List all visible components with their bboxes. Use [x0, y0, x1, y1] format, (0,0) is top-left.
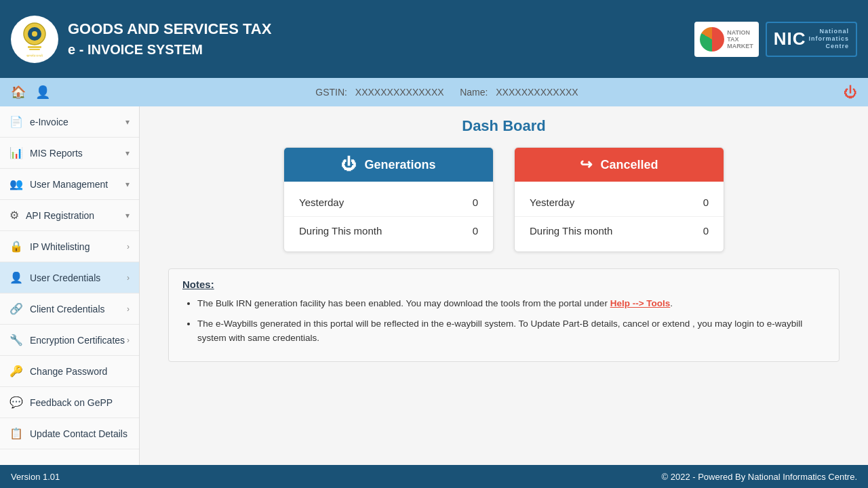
svg-point-2: [32, 31, 37, 37]
arrow-client-credentials: ›: [127, 304, 130, 314]
cancelled-label: Cancelled: [600, 158, 658, 172]
sidebar: 📄 e-Invoice ▾ 📊 MIS Reports ▾ 👥 User Man…: [0, 106, 140, 465]
sidebar-item-user-credentials[interactable]: ➤ 👤 User Credentials ›: [0, 262, 139, 293]
sidebar-item-mis-reports[interactable]: 📊 MIS Reports ▾: [0, 138, 139, 169]
sidebar-item-client-credentials[interactable]: 🔗 Client Credentials ›: [0, 293, 139, 325]
nic-label: NIC: [774, 28, 806, 49]
sidebar-label-feedback-on-gepp: Feedback on GePP: [30, 397, 113, 408]
cancelled-month-value: 0: [703, 225, 709, 237]
sidebar-item-change-password[interactable]: 🔑 Change Password: [0, 356, 139, 387]
generations-card: ⏻ Generations Yesterday 0 During This mo…: [283, 147, 494, 252]
ntm-circle-icon: [700, 27, 724, 52]
sidebar-label-mis-reports: MIS Reports: [30, 148, 83, 159]
client-credentials-icon: 🔗: [9, 302, 23, 315]
cancelled-yesterday-row: Yesterday 0: [515, 188, 724, 217]
api-registration-icon: ⚙: [9, 209, 19, 222]
sidebar-item-user-management[interactable]: 👥 User Management ▾: [0, 169, 139, 200]
generations-label: Generations: [364, 158, 435, 172]
gstin-value: XXXXXXXXXXXXXX: [355, 87, 444, 98]
generations-yesterday-row: Yesterday 0: [284, 188, 493, 217]
name-value: XXXXXXXXXXXXX: [496, 87, 578, 98]
sidebar-label-change-password: Change Password: [30, 366, 107, 377]
svg-rect-4: [29, 49, 40, 50]
cards-row: ⏻ Generations Yesterday 0 During This mo…: [156, 147, 852, 252]
notes-item-2: The e-Waybills generated in this portal …: [197, 317, 825, 345]
cancelled-yesterday-label: Yesterday: [530, 197, 574, 208]
navbar-left: 🏠 👤: [11, 85, 50, 100]
cancelled-icon: ↪: [580, 156, 592, 174]
ip-whitelisting-icon: 🔒: [9, 240, 23, 253]
sidebar-item-feedback-on-gepp[interactable]: 💬 Feedback on GePP: [0, 387, 139, 418]
help-tools-link[interactable]: Help --> Tools: [610, 298, 671, 308]
generations-yesterday-label: Yesterday: [299, 197, 344, 208]
sidebar-item-ip-whitelisting[interactable]: 🔒 IP Whitelisting ›: [0, 231, 139, 262]
nic-sub: NationalInformaticsCentre: [808, 28, 849, 49]
home-icon[interactable]: 🏠: [11, 85, 26, 100]
arrow-api-registration: ▾: [125, 211, 130, 220]
generations-month-value: 0: [473, 225, 478, 237]
notes-list: The Bulk IRN generation facility has bee…: [182, 297, 825, 345]
navbar-info: GSTIN: XXXXXXXXXXXXXX Name: XXXXXXXXXXXX…: [313, 87, 580, 98]
cancelled-card-body: Yesterday 0 During This month 0: [515, 182, 724, 251]
arrow-user-credentials: ›: [127, 273, 130, 283]
generations-yesterday-value: 0: [473, 197, 478, 208]
e-invoice-icon: 📄: [9, 115, 23, 128]
power-icon[interactable]: ⏻: [844, 85, 857, 100]
user-management-icon: 👥: [9, 178, 23, 190]
sidebar-label-e-invoice: e-Invoice: [30, 117, 68, 127]
user-credentials-icon: 👤: [9, 271, 23, 284]
nic-logo: NIC NationalInformaticsCentre: [766, 22, 857, 57]
feedback-icon: 💬: [9, 396, 23, 409]
gstin-label: GSTIN:: [315, 87, 347, 98]
sidebar-label-client-credentials: Client Credentials: [30, 304, 105, 314]
update-contact-icon: 📋: [9, 427, 23, 440]
cancelled-month-row: During This month 0: [515, 217, 724, 245]
notes-section: Notes: The Bulk IRN generation facility …: [168, 268, 840, 362]
svg-rect-3: [28, 46, 41, 48]
user-icon[interactable]: 👤: [35, 85, 50, 100]
sidebar-item-update-contact-details[interactable]: 📋 Update Contact Details: [0, 418, 139, 449]
generations-icon: ⏻: [341, 156, 356, 174]
navbar: 🏠 👤 GSTIN: XXXXXXXXXXXXXX Name: XXXXXXXX…: [0, 78, 868, 106]
header-title: GOODS AND SERVICES TAX e - INVOICE SYSTE…: [68, 19, 271, 59]
generations-month-row: During This month 0: [284, 217, 493, 245]
header-left: सत्यमेव जयते GOODS AND SERVICES TAX e - …: [11, 16, 271, 63]
main-content: Dash Board ⏻ Generations Yesterday 0 Dur…: [140, 106, 868, 465]
sidebar-item-api-registration[interactable]: ⚙ API Registration ▾: [0, 200, 139, 231]
ntm-logo: NATIONTAXMARKET: [694, 22, 759, 57]
footer: Version 1.01 © 2022 - Powered By Nationa…: [0, 465, 868, 488]
generations-card-body: Yesterday 0 During This month 0: [284, 182, 493, 251]
generations-card-header: ⏻ Generations: [284, 148, 493, 182]
sidebar-item-e-invoice[interactable]: 📄 e-Invoice ▾: [0, 106, 139, 138]
cancelled-card: ↪ Cancelled Yesterday 0 During This mont…: [514, 147, 724, 252]
sidebar-label-update-contact-details: Update Contact Details: [30, 428, 127, 439]
sidebar-label-encryption-certificates: Encryption Certificates: [30, 335, 125, 346]
arrow-ip-whitelisting: ›: [127, 242, 130, 251]
sidebar-label-user-credentials: User Credentials: [30, 272, 100, 283]
sidebar-label-api-registration: API Registration: [26, 210, 94, 221]
cancelled-card-header: ↪ Cancelled: [515, 148, 724, 182]
footer-copyright: © 2022 - Powered By National Informatics…: [662, 472, 858, 482]
name-label: Name:: [460, 87, 488, 98]
title-line2: e - INVOICE SYSTEM: [68, 40, 271, 59]
cancelled-yesterday-value: 0: [703, 197, 709, 208]
title-line1: GOODS AND SERVICES TAX: [68, 19, 271, 40]
arrow-mis-reports: ▾: [125, 148, 130, 158]
svg-text:सत्यमेव जयते: सत्यमेव जयते: [26, 54, 43, 58]
sidebar-item-encryption-certificates[interactable]: 🔧 Encryption Certificates ›: [0, 325, 139, 356]
sidebar-label-ip-whitelisting: IP Whitelisting: [30, 241, 90, 252]
header-right: NATIONTAXMARKET NIC NationalInformaticsC…: [694, 22, 857, 57]
logo-emblem: सत्यमेव जयते: [11, 16, 58, 63]
encryption-certificates-icon: 🔧: [9, 333, 23, 346]
arrow-encryption-certificates: ›: [127, 336, 130, 345]
header: सत्यमेव जयते GOODS AND SERVICES TAX e - …: [0, 0, 868, 78]
notes-item-1: The Bulk IRN generation facility has bee…: [197, 297, 825, 310]
footer-version: Version 1.01: [11, 472, 60, 482]
layout: 📄 e-Invoice ▾ 📊 MIS Reports ▾ 👥 User Man…: [0, 106, 868, 465]
mis-reports-icon: 📊: [9, 146, 23, 159]
generations-month-label: During This month: [299, 225, 382, 237]
ntm-text: NATIONTAXMARKET: [727, 29, 753, 49]
change-password-icon: 🔑: [9, 365, 23, 378]
arrow-user-management: ▾: [125, 180, 130, 189]
arrow-e-invoice: ▾: [125, 117, 130, 127]
